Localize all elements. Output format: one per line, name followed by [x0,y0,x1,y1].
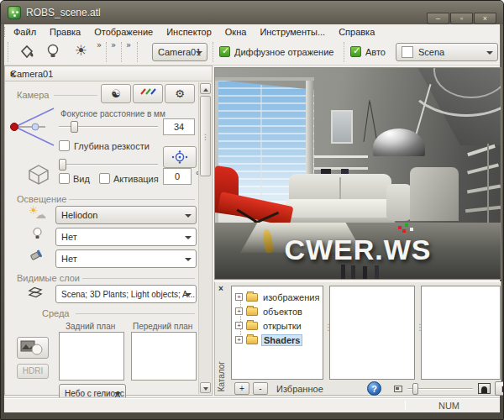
focal-length-value[interactable]: 34 [163,118,195,135]
inspector-header: Camera01 × [5,66,212,81]
hdri-button[interactable]: HDRI [17,364,49,379]
tone-settings-button[interactable]: ☯ [101,84,131,103]
tree-item-label[interactable]: открытки [261,321,303,331]
catalog-preview-panel[interactable] [421,286,501,380]
close-button[interactable]: × [474,13,496,24]
thumbnail-small-icon [394,386,402,392]
tree-item-images[interactable]: + изображения [235,291,321,303]
auto-checkbox[interactable]: ✓ [350,46,361,57]
check-icon: ✓ [353,45,360,56]
visible-layers-select[interactable]: Scena; 3D Plants; Light objects; A... [55,285,197,303]
tree-item-shaders[interactable]: + Shaders [235,333,302,346]
sofa-armrest [386,184,412,221]
catalog-tree-panel[interactable]: + изображения + объектов + открытки + [231,286,323,380]
fixtures-select[interactable]: Нет [55,249,197,268]
slider-track [59,164,158,165]
tree-item-label-selected[interactable]: Shaders [261,334,302,346]
minimize-button[interactable]: – [427,13,449,24]
activation-label: Активация [113,174,159,184]
remove-button[interactable]: - [253,382,268,395]
tree-item-objects[interactable]: + объектов [235,305,304,318]
catalog-list-panel[interactable] [329,286,415,380]
scroll-thumb[interactable]: ⋮ [200,96,211,176]
view-checkbox[interactable] [59,173,70,184]
dof-checkbox[interactable] [59,140,70,151]
angle-value[interactable]: 0 [163,168,192,185]
environment-image-button[interactable] [17,337,49,359]
menu-help[interactable]: Справка [332,25,381,39]
window-controls: – ▫ × [427,13,496,24]
watermark-text: CWER.WS [284,234,431,266]
tree-item-label[interactable]: объектов [261,307,304,317]
watermark-confetti [398,226,402,229]
close-icon[interactable]: × [218,284,223,293]
yin-yang-icon: ☯ [111,87,121,100]
dof-focus-button[interactable] [163,146,197,168]
layers-icon [27,286,44,302]
rgb-ticks-icon [139,86,156,97]
maximize-button[interactable]: ▫ [450,13,473,24]
overflow-chevron-icon[interactable]: » [97,40,102,50]
heliodon-sun-icon[interactable]: ☀ [75,42,87,59]
cube-icon [27,164,50,186]
render-branch [370,102,377,139]
foreground-dropzone[interactable] [131,332,197,381]
slider-thumb[interactable] [59,159,66,171]
render-viewport[interactable]: CWER.WS [214,67,501,280]
section-rule [54,95,97,96]
expand-icon[interactable]: + [235,307,243,315]
gear-icon: ⚙ [175,87,185,100]
inspector-scrollbar[interactable]: ⋮ [198,82,211,394]
slider-thumb[interactable] [412,383,418,395]
close-icon[interactable]: × [10,69,207,79]
menu-inspector[interactable]: Инспектор [160,25,218,39]
lights-select[interactable]: Нет [55,228,197,246]
add-button[interactable]: + [234,382,249,395]
thumbnail-size-slider[interactable] [407,383,473,395]
scroll-down-button[interactable] [200,382,211,393]
auto-label: Авто [365,47,386,57]
diffuse-checkbox[interactable]: ✓ [219,46,230,57]
help-button[interactable]: ? [367,381,381,396]
activation-checkbox[interactable] [99,173,110,184]
title-bar[interactable]: ROBS_scene.atl – ▫ × [1,1,503,24]
menu-file[interactable]: Файл [7,25,43,39]
scroll-up-button[interactable] [200,83,211,94]
dof-label: Глубина резкости [74,141,150,151]
expand-icon[interactable]: + [235,336,243,344]
catalog-tab-label[interactable]: Каталог [217,361,226,391]
heliodon-select[interactable]: Heliodon [55,206,197,224]
toolbar-separator [213,42,213,62]
camera-select[interactable]: Camera01 [152,43,207,61]
expand-icon[interactable]: + [235,322,243,329]
chevron-down-icon [196,51,202,55]
overflow-chevron-icon[interactable]: » [111,40,116,50]
expand-icon[interactable]: + [235,293,243,301]
menu-edit[interactable]: Правка [43,25,87,39]
camera-fov-widget[interactable] [7,103,57,150]
scene-select[interactable]: Scena [396,43,498,61]
tree-item-postcards[interactable]: + открытки [235,319,303,332]
camera-select-value: Camera01 [158,47,201,57]
slider-thumb[interactable] [71,121,78,133]
background-dropzone[interactable] [59,332,124,381]
catalog-panel: × Каталог + изображения + объектов + [214,281,501,396]
menu-windows[interactable]: Окна [218,25,254,39]
overflow-chevron-icon[interactable]: » [126,40,131,50]
catalog-bottom-bar: + - Избранное ? ▶ [229,382,501,396]
focal-length-slider[interactable] [59,121,158,133]
light-bulb-icon[interactable] [46,43,60,64]
dof-slider[interactable] [59,159,158,171]
scene-select-value: Scena [418,47,444,57]
tree-item-label[interactable]: изображения [261,292,321,302]
stair-step [467,185,501,194]
menu-tools[interactable]: Инструменты... [253,25,332,39]
stair-step [465,206,501,213]
camera-settings-button[interactable]: ⚙ [165,84,195,103]
color-correction-button[interactable] [133,84,163,103]
thumbnail-large-icon [478,383,491,394]
shader-bucket-icon[interactable] [18,44,36,64]
play-button[interactable]: ▶ [495,381,504,396]
menu-view[interactable]: Отображение [87,25,160,39]
background-label: Задний план [66,322,115,331]
